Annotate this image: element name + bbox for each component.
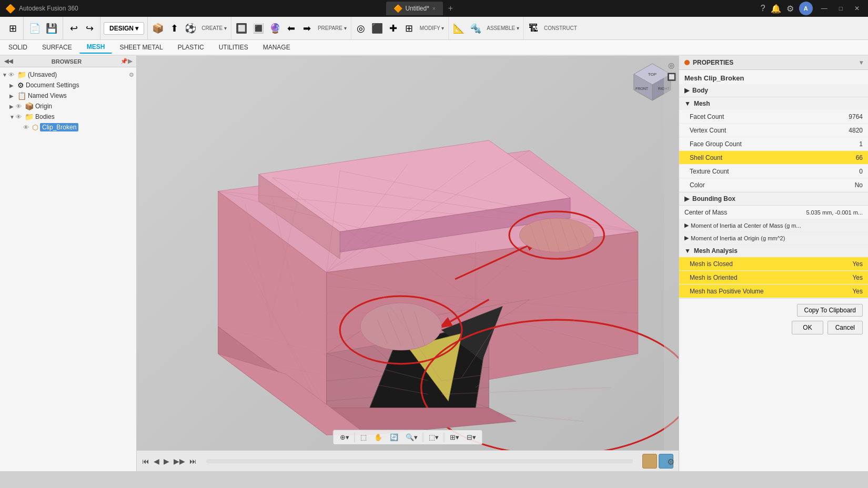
menu-item-mesh[interactable]: MESH	[79, 41, 113, 54]
prepare3-btn[interactable]: 🔮	[267, 23, 283, 34]
collapse-browser-btn[interactable]: ◀◀	[4, 58, 13, 65]
tab-close-btn[interactable]: ×	[432, 6, 436, 12]
account-icon[interactable]: ⚙	[786, 4, 794, 14]
save-icon: 💾	[46, 24, 57, 33]
create-dropdown-btn[interactable]: CREATE ▾	[199, 24, 229, 32]
ok-btn[interactable]: OK	[792, 321, 823, 334]
properties-collapse-btn[interactable]: ▾	[860, 59, 863, 66]
assemble2-icon: 🔩	[470, 24, 481, 33]
browser-pin-btn[interactable]: 📌	[120, 58, 128, 65]
browser-expand-btn[interactable]: ▶	[128, 58, 132, 65]
assemble1-icon: 📐	[453, 24, 465, 33]
timeline-track[interactable]	[206, 459, 633, 463]
vt-orbit-btn[interactable]: 🔄	[387, 432, 401, 443]
viewport[interactable]: TOP FRONT RIGHT ◎ 🔲 ⊕▾ ⬚ ✋ 🔄 🔍▾ ⬚▾ ⊞▾ ⊟▾	[137, 56, 679, 471]
timeline-item-1[interactable]	[642, 454, 657, 469]
redo-btn[interactable]: ↪	[82, 23, 97, 34]
menu-item-surface[interactable]: SURFACE	[35, 42, 79, 53]
tree-item-namedviews[interactable]: ▶ 📋 Named Views	[0, 90, 136, 101]
timeline: ⏮ ◀ ▶ ▶▶ ⏭ ⚙	[137, 450, 679, 471]
save-btn[interactable]: 💾	[44, 23, 59, 34]
add-tab-btn[interactable]: +	[448, 4, 453, 13]
new-btn[interactable]: 📄	[27, 23, 43, 34]
mod3-btn[interactable]: ✚	[386, 23, 401, 34]
avatar[interactable]: A	[799, 2, 813, 15]
cancel-btn[interactable]: Cancel	[827, 321, 863, 334]
prepare-dropdown-btn[interactable]: PREPARE ▾	[316, 24, 349, 32]
undo-btn[interactable]: ↩	[66, 23, 81, 34]
sphere-btn[interactable]: ⚽	[183, 23, 198, 34]
texture-count-val: 0	[821, 168, 863, 175]
menu-item-utilities[interactable]: UTILITIES	[211, 42, 256, 53]
vt-zoom-btn[interactable]: 🔍▾	[402, 432, 421, 443]
tl-prev-btn[interactable]: ◀	[154, 457, 159, 465]
minimize-btn[interactable]: —	[818, 4, 831, 13]
assemble2-btn[interactable]: 🔩	[468, 23, 483, 34]
rs-icon-1[interactable]: ◎	[668, 61, 674, 69]
vt-fit-btn[interactable]: ⬚	[357, 432, 370, 443]
moment-inertia-cm-row[interactable]: ▶ Moment of Inertia at Center of Mass (g…	[679, 219, 868, 232]
tree-arrow-docsettings[interactable]: ▶	[9, 83, 16, 88]
assemble-dropdown-btn[interactable]: ASSEMBLE ▾	[485, 24, 521, 32]
design-dropdown-btn[interactable]: DESIGN ▾	[104, 22, 144, 35]
tree-item-root[interactable]: ▼ 👁 📁 (Unsaved) ⚙	[0, 69, 136, 80]
tree-arrow-root[interactable]: ▼	[2, 72, 8, 78]
construct-label[interactable]: CONSTRUCT	[542, 24, 579, 32]
close-btn[interactable]: ✕	[851, 4, 863, 13]
vt-view-btn[interactable]: ⬚▾	[426, 432, 442, 443]
tree-arrow-bodies[interactable]: ▼	[9, 114, 16, 120]
assemble1-btn[interactable]: 📐	[451, 23, 467, 34]
tl-play-btn[interactable]: ▶	[164, 457, 169, 465]
prepare4-btn[interactable]: ⬅	[284, 23, 299, 34]
menu-item-sheetmetal[interactable]: SHEET METAL	[112, 42, 170, 53]
tree-arrow-namedviews[interactable]: ▶	[9, 93, 16, 99]
section-ma-header[interactable]: ▼ Mesh Analysis	[679, 245, 868, 257]
copy-to-clipboard-btn[interactable]: Copy To Clipboard	[797, 304, 863, 317]
menu-item-solid[interactable]: SOLID	[1, 42, 35, 53]
prepare5-btn[interactable]: ➡	[300, 23, 315, 34]
vt-display-btn[interactable]: ⊟▾	[463, 432, 479, 443]
eye-icon-bodies[interactable]: 👁	[16, 114, 22, 120]
section-body-header[interactable]: ▶ Body	[679, 84, 868, 97]
menu-item-manage[interactable]: MANAGE	[256, 42, 298, 53]
tree-item-docsettings[interactable]: ▶ ⚙ Document Settings	[0, 80, 136, 90]
prepare2-btn[interactable]: 🔳	[250, 23, 266, 34]
eye-icon-origin[interactable]: 👁	[16, 103, 22, 109]
document-tab[interactable]: 🔶 Untitled* ×	[386, 2, 443, 15]
modify-dropdown-btn[interactable]: MODIFY ▾	[418, 24, 446, 32]
vt-select-btn[interactable]: ⊕▾	[337, 432, 352, 443]
construct1-btn[interactable]: 🏗	[526, 23, 541, 34]
extrude-btn[interactable]: ⬆	[167, 23, 181, 34]
rs-icon-2[interactable]: 🔲	[667, 73, 676, 81]
prepare1-btn[interactable]: 🔲	[234, 23, 249, 34]
grid-menu-btn[interactable]: ⊞	[5, 23, 20, 34]
vt-grid-btn[interactable]: ⊞▾	[447, 432, 462, 443]
timeline-settings-btn[interactable]: ⚙	[667, 457, 674, 467]
help-icon[interactable]: ?	[761, 4, 765, 13]
create-body-btn[interactable]: 📦	[150, 23, 166, 34]
vt-pan-btn[interactable]: ✋	[371, 432, 386, 443]
notification-icon[interactable]: 🔔	[771, 4, 781, 14]
app-menu-section: ⊞	[2, 17, 24, 39]
mod2-btn[interactable]: ⬛	[369, 23, 385, 34]
tl-first-btn[interactable]: ⏮	[142, 457, 149, 465]
tl-next-btn[interactable]: ▶▶	[174, 457, 185, 465]
tree-item-bodies[interactable]: ▼ 👁 📁 Bodies	[0, 111, 136, 122]
menu-item-plastic[interactable]: PLASTIC	[170, 42, 211, 53]
main-content: ◀◀ BROWSER 📌 ▶ ▼ 👁 📁 (Unsaved) ⚙ ▶ ⚙ Doc…	[0, 56, 868, 471]
section-bb-header[interactable]: ▶ Bounding Box	[679, 192, 868, 205]
maximize-btn[interactable]: □	[836, 4, 846, 13]
mod4-btn[interactable]: ⊞	[402, 23, 417, 34]
root-settings-icon[interactable]: ⚙	[129, 72, 134, 78]
tl-last-btn[interactable]: ⏭	[189, 457, 197, 465]
mod1-btn[interactable]: ◎	[354, 23, 368, 34]
moment-inertia-origin-row[interactable]: ▶ Moment of Inertia at Origin (g mm^2)	[679, 232, 868, 245]
tree-arrow-origin[interactable]: ▶	[9, 104, 16, 109]
tree-item-clipbroken[interactable]: 👁 ⬡ Clip_Broken	[0, 122, 136, 133]
eye-icon-clipbroken[interactable]: 👁	[23, 124, 29, 130]
tree-item-origin[interactable]: ▶ 👁 📦 Origin	[0, 101, 136, 111]
section-mesh-header[interactable]: ▼ Mesh	[679, 97, 868, 110]
eye-icon-root[interactable]: 👁	[8, 72, 14, 78]
vertex-count-key: Vertex Count	[690, 127, 821, 134]
prepare4-icon: ⬅	[287, 24, 295, 33]
